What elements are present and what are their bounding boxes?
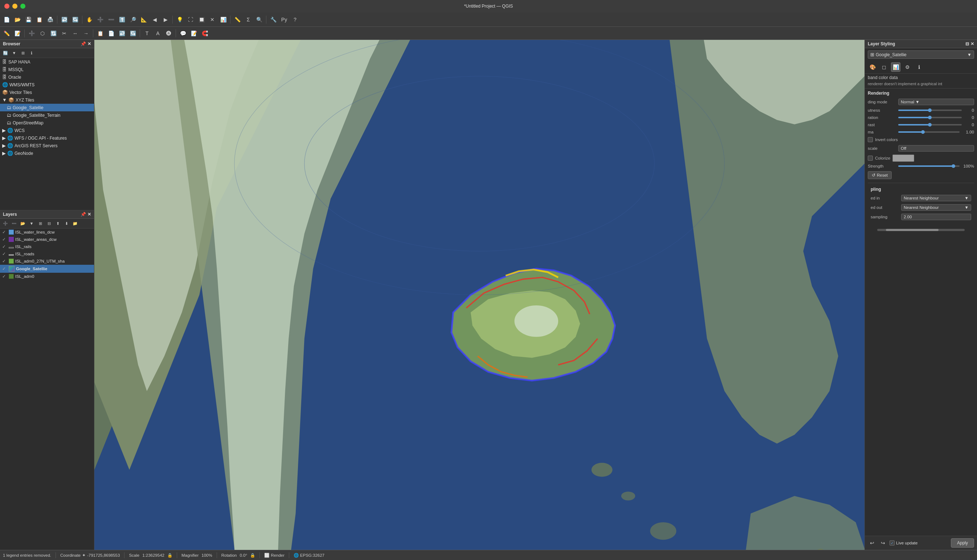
colorize-color-swatch[interactable] — [892, 155, 914, 162]
expand-layers-button[interactable]: ⊞ — [36, 220, 44, 227]
filter-browser-button[interactable]: ▼ — [10, 49, 18, 57]
layer-check-water-lines[interactable]: ✓ — [2, 230, 7, 235]
annotation-button[interactable]: 💬 — [178, 28, 188, 38]
python-console-button[interactable]: Py — [279, 15, 289, 24]
open-table-tool[interactable]: 📊 — [218, 15, 228, 24]
help-button[interactable]: ? — [290, 15, 300, 24]
browser-item-google-satellie[interactable]: 🗂 Google_Satellie — [0, 104, 94, 112]
zoom-in-sampling-dropdown[interactable]: Nearest Neighbour ▼ — [901, 195, 971, 201]
reshape-button[interactable]: 🔃 — [48, 28, 58, 38]
browser-item-osm[interactable]: 🗂 OpenStreetMap — [0, 119, 94, 127]
gamma-slider-handle[interactable] — [921, 130, 925, 134]
browser-item-arcgis[interactable]: ▶ 🌐 ArcGIS REST Servers — [0, 142, 94, 150]
browser-item-saphana[interactable]: 🗄 SAP HANA — [0, 58, 94, 66]
identify-tool[interactable]: 💡 — [175, 15, 185, 24]
browser-item-google-terrain[interactable]: 🗂 Google_Satellite_Terrain — [0, 112, 94, 119]
deselect-tool[interactable]: ✕ — [207, 15, 217, 24]
plugins-button[interactable]: 🔧 — [268, 15, 278, 24]
zoom-to-selection-tool[interactable]: 🔎 — [128, 15, 138, 24]
layer-check-roads[interactable]: ✓ — [2, 252, 7, 257]
epsg-status[interactable]: 🌐 EPSG:32627 — [294, 553, 324, 558]
rendering-button[interactable]: ⚙ — [903, 62, 912, 72]
h-scrollbar-track[interactable] — [877, 229, 965, 231]
print-composer-button[interactable]: 🖨️ — [45, 15, 55, 24]
collapse-browser-button[interactable]: ⊞ — [19, 49, 27, 57]
contrast-slider-handle[interactable] — [928, 123, 932, 127]
close-browser-icon[interactable]: ✕ — [87, 42, 91, 47]
h-scrollbar-thumb[interactable] — [886, 229, 938, 231]
zoom-out-tool[interactable]: ➖ — [106, 15, 116, 24]
open-project-button[interactable]: 📂 — [12, 15, 22, 24]
zoom-full-tool[interactable]: ⬆️ — [117, 15, 127, 24]
group-layers-button[interactable]: 📁 — [71, 220, 79, 227]
snapping-button[interactable]: 🧲 — [200, 28, 210, 38]
scale-lock-icon[interactable]: 🔒 — [167, 553, 172, 558]
window-controls[interactable] — [4, 3, 25, 9]
maximize-button[interactable] — [20, 3, 25, 9]
browser-item-geonode[interactable]: ▶ 🌐 GeoNode — [0, 150, 94, 157]
close-layers-icon[interactable]: ✕ — [87, 212, 91, 217]
rotation-lock-icon[interactable]: 🔒 — [250, 553, 255, 558]
redo-button[interactable]: ↪️ — [70, 15, 80, 24]
browser-item-xyztiles[interactable]: ▼ 📦 XYZ Tiles — [0, 96, 94, 104]
band-rendering-button[interactable]: 🎨 — [868, 62, 877, 72]
grayscale-dropdown[interactable]: Off — [898, 145, 974, 152]
zoom-next-tool[interactable]: ▶ — [160, 15, 170, 24]
blend-mode-dropdown[interactable]: Normal ▼ — [898, 98, 974, 105]
layer-item-adm0[interactable]: ✓ ISL_adm0 — [0, 273, 94, 280]
remove-layer-button[interactable]: ➖ — [10, 220, 18, 227]
layer-check-rails[interactable]: ✓ — [2, 244, 7, 249]
browser-item-oracle[interactable]: 🗄 Oracle — [0, 73, 94, 81]
merge-button[interactable]: ↔️ — [70, 28, 80, 38]
undo-button[interactable]: ↩️ — [59, 15, 69, 24]
move-down-button[interactable]: ⬇ — [62, 220, 70, 227]
pin-layers-icon[interactable]: 📌 — [80, 212, 86, 217]
reset-button[interactable]: ↺ Reset — [868, 171, 892, 179]
select-tool[interactable]: ⛶ — [185, 15, 195, 24]
layer-item-adm0-utm[interactable]: ✓ ISL_adm0_27N_UTM_sha — [0, 258, 94, 265]
statistical-summary-tool[interactable]: Σ — [243, 15, 253, 24]
histogram-button[interactable]: 📊 — [891, 62, 900, 72]
browser-item-wmswmts[interactable]: 🌐 WMS/WMTS — [0, 81, 94, 88]
save-project-button[interactable]: 💾 — [23, 15, 33, 24]
apply-button[interactable]: Apply — [951, 538, 974, 548]
layer-check-water-areas[interactable]: ✓ — [2, 237, 7, 242]
brightness-slider-handle[interactable] — [928, 108, 932, 112]
label-color-button[interactable]: 🅐 — [164, 28, 174, 38]
browser-item-wcs[interactable]: ▶ 🌐 WCS — [0, 127, 94, 134]
paste-features-button[interactable]: 📄 — [106, 28, 116, 38]
move-button[interactable]: → — [81, 28, 91, 38]
invert-colors-checkbox[interactable] — [868, 137, 873, 142]
filter-layers-button[interactable]: ▼ — [28, 220, 35, 227]
browser-item-wfs[interactable]: ▶ 🌐 WFS / OGC API - Features — [0, 134, 94, 142]
oversampling-value-display[interactable]: 2.00 — [901, 213, 971, 220]
digitize-button[interactable]: 📝 — [12, 28, 22, 38]
layer-check-google[interactable]: ✓ — [2, 266, 7, 271]
pan-tool[interactable]: ✋ — [84, 15, 94, 24]
close-styling-icon[interactable]: ✕ — [970, 42, 974, 47]
layer-item-google-satellie[interactable]: ✓ Google_Satellie — [0, 265, 94, 273]
label-font-button[interactable]: A — [153, 28, 163, 38]
label-tool-button[interactable]: T — [142, 28, 152, 38]
zoom-to-layer-tool[interactable]: 📐 — [139, 15, 149, 24]
layer-item-water-areas[interactable]: ✓ ISL_water_areas_dcw — [0, 236, 94, 243]
browser-item-mssql[interactable]: 🗄 MSSQL — [0, 66, 94, 73]
layer-item-rails[interactable]: ✓ ISL_rails — [0, 243, 94, 250]
dock-icon[interactable]: ⊟ — [965, 42, 969, 47]
transparency-button[interactable]: ◻ — [879, 62, 889, 72]
styling-redo-button[interactable]: ↪ — [878, 538, 887, 547]
redo-edit-button[interactable]: ↪️ — [128, 28, 138, 38]
copy-features-button[interactable]: 📋 — [95, 28, 105, 38]
minimize-button[interactable] — [12, 3, 17, 9]
split-button[interactable]: ✂ — [59, 28, 69, 38]
measure-tool[interactable]: 📏 — [232, 15, 242, 24]
browser-item-vectortiles[interactable]: 📦 Vector Tiles — [0, 88, 94, 96]
layer-selector-dropdown[interactable]: ⊞ Google_Satellie ▼ — [868, 50, 974, 59]
properties-browser-button[interactable]: ℹ — [28, 49, 35, 57]
colorize-checkbox[interactable] — [868, 156, 873, 161]
edit-button[interactable]: ✏️ — [2, 28, 12, 38]
collapse-layers-button[interactable]: ⊟ — [45, 220, 53, 227]
vertex-tool-button[interactable]: ⬡ — [37, 28, 48, 38]
add-layer-button[interactable]: ➕ — [2, 220, 10, 227]
saturation-slider-handle[interactable] — [928, 116, 932, 119]
